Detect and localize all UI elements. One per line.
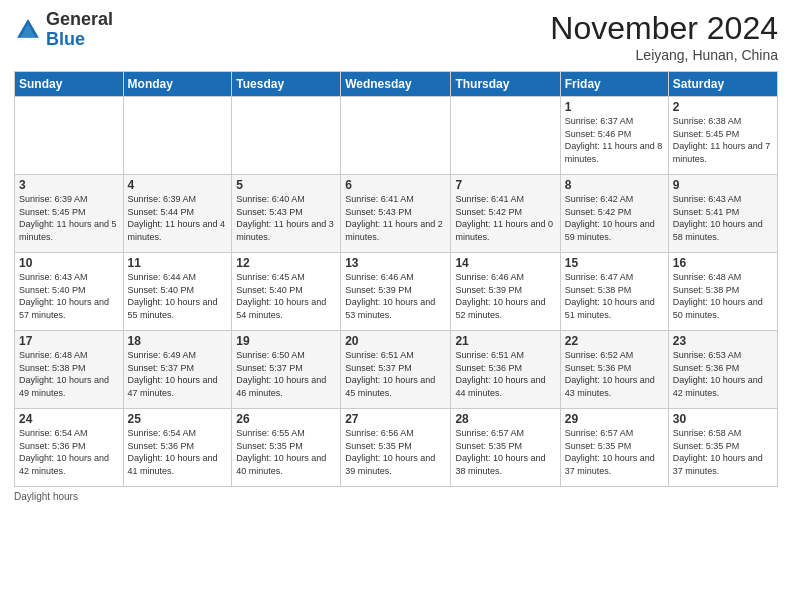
day-info: Sunrise: 6:38 AM Sunset: 5:45 PM Dayligh… [673,115,773,165]
calendar-cell: 6Sunrise: 6:41 AM Sunset: 5:43 PM Daylig… [341,175,451,253]
day-number: 22 [565,334,664,348]
calendar-cell [341,97,451,175]
day-info: Sunrise: 6:46 AM Sunset: 5:39 PM Dayligh… [345,271,446,321]
day-number: 19 [236,334,336,348]
day-info: Sunrise: 6:51 AM Sunset: 5:37 PM Dayligh… [345,349,446,399]
calendar-cell: 19Sunrise: 6:50 AM Sunset: 5:37 PM Dayli… [232,331,341,409]
calendar-cell: 4Sunrise: 6:39 AM Sunset: 5:44 PM Daylig… [123,175,232,253]
day-number: 25 [128,412,228,426]
day-number: 3 [19,178,119,192]
day-number: 1 [565,100,664,114]
day-info: Sunrise: 6:42 AM Sunset: 5:42 PM Dayligh… [565,193,664,243]
day-number: 12 [236,256,336,270]
calendar-cell: 11Sunrise: 6:44 AM Sunset: 5:40 PM Dayli… [123,253,232,331]
calendar-cell: 3Sunrise: 6:39 AM Sunset: 5:45 PM Daylig… [15,175,124,253]
calendar-cell: 7Sunrise: 6:41 AM Sunset: 5:42 PM Daylig… [451,175,560,253]
calendar-cell: 16Sunrise: 6:48 AM Sunset: 5:38 PM Dayli… [668,253,777,331]
col-header-thursday: Thursday [451,72,560,97]
calendar-cell: 15Sunrise: 6:47 AM Sunset: 5:38 PM Dayli… [560,253,668,331]
day-number: 10 [19,256,119,270]
day-number: 6 [345,178,446,192]
calendar-week-2: 10Sunrise: 6:43 AM Sunset: 5:40 PM Dayli… [15,253,778,331]
day-info: Sunrise: 6:43 AM Sunset: 5:41 PM Dayligh… [673,193,773,243]
calendar-cell [451,97,560,175]
calendar-cell: 26Sunrise: 6:55 AM Sunset: 5:35 PM Dayli… [232,409,341,487]
day-info: Sunrise: 6:41 AM Sunset: 5:43 PM Dayligh… [345,193,446,243]
col-header-friday: Friday [560,72,668,97]
calendar-cell: 28Sunrise: 6:57 AM Sunset: 5:35 PM Dayli… [451,409,560,487]
day-number: 18 [128,334,228,348]
day-number: 21 [455,334,555,348]
calendar-cell: 14Sunrise: 6:46 AM Sunset: 5:39 PM Dayli… [451,253,560,331]
calendar-cell: 30Sunrise: 6:58 AM Sunset: 5:35 PM Dayli… [668,409,777,487]
day-info: Sunrise: 6:53 AM Sunset: 5:36 PM Dayligh… [673,349,773,399]
day-number: 28 [455,412,555,426]
day-number: 24 [19,412,119,426]
calendar-header-row: SundayMondayTuesdayWednesdayThursdayFrid… [15,72,778,97]
day-info: Sunrise: 6:54 AM Sunset: 5:36 PM Dayligh… [19,427,119,477]
calendar-week-4: 24Sunrise: 6:54 AM Sunset: 5:36 PM Dayli… [15,409,778,487]
day-info: Sunrise: 6:43 AM Sunset: 5:40 PM Dayligh… [19,271,119,321]
calendar-cell: 10Sunrise: 6:43 AM Sunset: 5:40 PM Dayli… [15,253,124,331]
col-header-saturday: Saturday [668,72,777,97]
calendar-cell [232,97,341,175]
page-container: General Blue November 2024 Leiyang, Huna… [0,0,792,612]
day-info: Sunrise: 6:40 AM Sunset: 5:43 PM Dayligh… [236,193,336,243]
logo: General Blue [14,10,113,50]
day-number: 29 [565,412,664,426]
day-info: Sunrise: 6:39 AM Sunset: 5:45 PM Dayligh… [19,193,119,243]
col-header-sunday: Sunday [15,72,124,97]
day-info: Sunrise: 6:57 AM Sunset: 5:35 PM Dayligh… [565,427,664,477]
calendar-cell: 21Sunrise: 6:51 AM Sunset: 5:36 PM Dayli… [451,331,560,409]
day-number: 13 [345,256,446,270]
col-header-tuesday: Tuesday [232,72,341,97]
day-number: 8 [565,178,664,192]
month-title: November 2024 [550,10,778,47]
day-info: Sunrise: 6:48 AM Sunset: 5:38 PM Dayligh… [673,271,773,321]
day-info: Sunrise: 6:54 AM Sunset: 5:36 PM Dayligh… [128,427,228,477]
day-number: 15 [565,256,664,270]
calendar-cell: 27Sunrise: 6:56 AM Sunset: 5:35 PM Dayli… [341,409,451,487]
day-number: 2 [673,100,773,114]
calendar-week-3: 17Sunrise: 6:48 AM Sunset: 5:38 PM Dayli… [15,331,778,409]
day-info: Sunrise: 6:47 AM Sunset: 5:38 PM Dayligh… [565,271,664,321]
calendar-cell: 5Sunrise: 6:40 AM Sunset: 5:43 PM Daylig… [232,175,341,253]
title-block: November 2024 Leiyang, Hunan, China [550,10,778,63]
calendar-table: SundayMondayTuesdayWednesdayThursdayFrid… [14,71,778,487]
day-number: 11 [128,256,228,270]
day-info: Sunrise: 6:39 AM Sunset: 5:44 PM Dayligh… [128,193,228,243]
calendar-cell: 2Sunrise: 6:38 AM Sunset: 5:45 PM Daylig… [668,97,777,175]
day-info: Sunrise: 6:57 AM Sunset: 5:35 PM Dayligh… [455,427,555,477]
calendar-cell [123,97,232,175]
calendar-cell: 25Sunrise: 6:54 AM Sunset: 5:36 PM Dayli… [123,409,232,487]
day-info: Sunrise: 6:51 AM Sunset: 5:36 PM Dayligh… [455,349,555,399]
calendar-cell: 9Sunrise: 6:43 AM Sunset: 5:41 PM Daylig… [668,175,777,253]
logo-icon [14,16,42,44]
day-number: 20 [345,334,446,348]
header: General Blue November 2024 Leiyang, Huna… [14,10,778,63]
location: Leiyang, Hunan, China [550,47,778,63]
day-number: 26 [236,412,336,426]
calendar-cell: 13Sunrise: 6:46 AM Sunset: 5:39 PM Dayli… [341,253,451,331]
calendar-cell: 8Sunrise: 6:42 AM Sunset: 5:42 PM Daylig… [560,175,668,253]
calendar-cell: 24Sunrise: 6:54 AM Sunset: 5:36 PM Dayli… [15,409,124,487]
day-number: 23 [673,334,773,348]
day-number: 30 [673,412,773,426]
calendar-cell: 1Sunrise: 6:37 AM Sunset: 5:46 PM Daylig… [560,97,668,175]
day-info: Sunrise: 6:44 AM Sunset: 5:40 PM Dayligh… [128,271,228,321]
calendar-cell: 18Sunrise: 6:49 AM Sunset: 5:37 PM Dayli… [123,331,232,409]
day-info: Sunrise: 6:58 AM Sunset: 5:35 PM Dayligh… [673,427,773,477]
footer-note: Daylight hours [14,491,778,502]
day-info: Sunrise: 6:49 AM Sunset: 5:37 PM Dayligh… [128,349,228,399]
day-info: Sunrise: 6:48 AM Sunset: 5:38 PM Dayligh… [19,349,119,399]
day-info: Sunrise: 6:45 AM Sunset: 5:40 PM Dayligh… [236,271,336,321]
logo-blue: Blue [46,29,85,49]
day-info: Sunrise: 6:37 AM Sunset: 5:46 PM Dayligh… [565,115,664,165]
calendar-cell: 29Sunrise: 6:57 AM Sunset: 5:35 PM Dayli… [560,409,668,487]
calendar-cell: 22Sunrise: 6:52 AM Sunset: 5:36 PM Dayli… [560,331,668,409]
day-number: 7 [455,178,555,192]
col-header-monday: Monday [123,72,232,97]
day-number: 5 [236,178,336,192]
calendar-cell: 12Sunrise: 6:45 AM Sunset: 5:40 PM Dayli… [232,253,341,331]
calendar-week-0: 1Sunrise: 6:37 AM Sunset: 5:46 PM Daylig… [15,97,778,175]
